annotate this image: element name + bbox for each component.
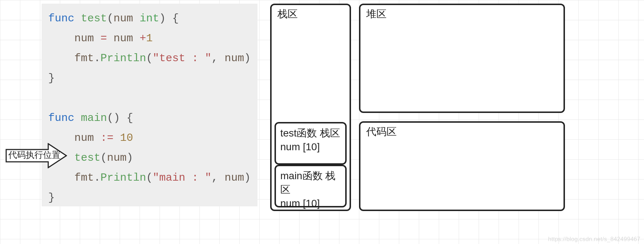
fn-main: main	[81, 112, 107, 124]
stack-region-title: 栈区	[277, 7, 298, 21]
stack-frame-main-title: main函数 栈区	[280, 169, 341, 197]
keyword-func: func	[48, 12, 74, 25]
code-region: 代码区	[359, 121, 565, 211]
stack-frame-test: test函数 栈区 num [10]	[274, 122, 347, 165]
stack-frame-test-var: num [10]	[280, 140, 341, 154]
stack-frame-main: main函数 栈区 num [10]	[274, 165, 347, 207]
stack-frame-main-var: num [10]	[280, 197, 341, 210]
watermark: https://blog.csdn.net/s_842499467	[548, 236, 640, 243]
stack-region: 栈区 test函数 栈区 num [10] main函数 栈区 num [10]	[270, 4, 351, 211]
code-region-title: 代码区	[366, 125, 397, 139]
heap-region: 堆区	[359, 4, 565, 113]
execution-pointer-label: 代码执行位置	[8, 149, 61, 161]
code-panel: func test(num int) { num = num +1 fmt.Pr…	[42, 4, 257, 206]
code-block: func test(num int) { num = num +1 fmt.Pr…	[42, 4, 257, 213]
heap-region-title: 堆区	[366, 7, 387, 21]
stack-frame-test-title: test函数 栈区	[280, 126, 341, 140]
keyword-func: func	[48, 112, 74, 124]
fn-test: test	[81, 12, 107, 25]
